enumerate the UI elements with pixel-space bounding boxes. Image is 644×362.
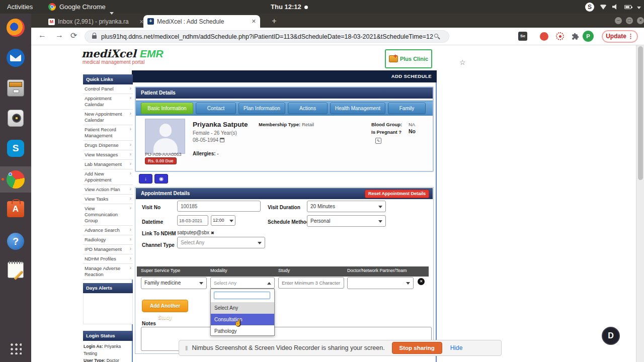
sidebar-item-new-appointment-calendar[interactable]: New Appointment Calendar› xyxy=(83,110,133,125)
hide-link[interactable]: Hide xyxy=(450,344,463,351)
doctor-network-select[interactable] xyxy=(347,277,414,289)
sidebar-item-manage-adverse-reaction[interactable]: Manage Adverse Reaction› xyxy=(83,264,133,280)
volume-icon[interactable] xyxy=(612,4,619,10)
sidebar-item-ipd-management[interactable]: IPD Management› xyxy=(83,245,133,254)
app-menu[interactable]: Google Chrome xyxy=(59,0,106,14)
sidebar-item-patient-record-management[interactable]: Patient Record Management› xyxy=(83,125,133,141)
sidebar-item-view-action-plan[interactable]: View Action Plan› xyxy=(83,185,133,195)
extensions-puzzle-icon[interactable] xyxy=(572,33,579,40)
sidebar-item-lab-management[interactable]: Lab Management› xyxy=(83,160,133,169)
skype-tray-icon[interactable]: S xyxy=(585,3,594,12)
remove-study-row-button[interactable]: ✕ xyxy=(418,278,425,285)
chevron-right-icon: › xyxy=(130,236,131,242)
chevron-down-icon[interactable] xyxy=(637,3,641,11)
schedule-method-label: Schedule Method xyxy=(268,219,309,225)
back-icon[interactable]: ← xyxy=(38,31,46,40)
sidebar-item-view-communication-group[interactable]: View Communication Group› xyxy=(83,204,133,226)
battery-icon[interactable] xyxy=(624,5,631,9)
close-icon[interactable]: ✕ xyxy=(252,18,256,25)
tab-inbox[interactable]: M Inbox (2,991) - priyanka.ra ✕ xyxy=(45,16,147,28)
visit-no-input[interactable] xyxy=(177,201,261,212)
study-search-input[interactable] xyxy=(278,277,344,289)
address-bar[interactable]: plus91hq.ddns.net/medixcel_ndhm/addSched… xyxy=(85,30,449,43)
file-cabinet-icon xyxy=(7,79,24,97)
view-button[interactable]: ◉ xyxy=(154,174,168,184)
dock-firefox[interactable] xyxy=(7,19,25,37)
super-service-type-select[interactable]: Family medicine xyxy=(141,277,207,289)
tab-actions[interactable]: Actions xyxy=(288,103,328,114)
red-extension-icon[interactable] xyxy=(540,32,548,41)
due-badge[interactable]: Rs. 0.00 Due xyxy=(145,157,177,164)
wifi-icon[interactable] xyxy=(600,4,607,10)
recorder-overlay-avatar[interactable]: D xyxy=(602,327,620,345)
channel-type-select[interactable]: Select Any xyxy=(177,237,265,248)
sidebar-item-add-new-appointment[interactable]: Add New Appointment› xyxy=(83,169,133,185)
search-icon[interactable] xyxy=(434,34,438,38)
time-select[interactable]: 12:00 xyxy=(211,215,235,226)
download-button[interactable]: ↓ xyxy=(139,174,152,184)
dock-file-cabinet[interactable] xyxy=(7,79,25,97)
tab-family[interactable]: Family xyxy=(388,103,426,114)
dock-chrome[interactable] xyxy=(7,170,25,189)
running-indicator-dot xyxy=(2,178,4,180)
window-minimize-button[interactable]: ─ xyxy=(615,17,622,24)
add-another-study-button[interactable]: Add Another Study xyxy=(142,300,188,312)
forward-icon[interactable]: → xyxy=(55,31,63,40)
dock-notes[interactable] xyxy=(7,261,25,279)
modality-select[interactable]: Select Any xyxy=(210,277,275,289)
schedule-method-select[interactable]: Personal xyxy=(307,215,386,227)
reload-icon[interactable]: ⟳ xyxy=(70,31,77,40)
show-applications-button[interactable] xyxy=(7,339,25,357)
tab-medixcel[interactable]: + MediXcel : Add Schedule ✕ xyxy=(143,15,260,28)
sidebar-item-radiology[interactable]: Radiology› xyxy=(83,235,133,245)
visit-duration-select[interactable]: 20 Minutes xyxy=(307,201,386,212)
nimbus-extension-icon[interactable] xyxy=(556,32,564,40)
app-logo[interactable]: mediXcel EMR xyxy=(82,47,164,60)
option-pathology[interactable]: Pathology xyxy=(211,325,274,337)
page-scrollbar[interactable] xyxy=(636,45,644,362)
sidebar-item-view-messages[interactable]: View Messages› xyxy=(83,150,133,160)
bookmark-star-icon[interactable]: ☆ xyxy=(459,58,466,66)
update-button[interactable]: Update⋮ xyxy=(602,30,638,43)
chevron-right-icon: › xyxy=(130,170,131,176)
chevron-down-icon xyxy=(378,206,382,208)
blood-group-value: NA xyxy=(409,122,415,127)
new-tab-button[interactable]: + xyxy=(268,16,280,27)
edit-icon[interactable]: ✎ xyxy=(375,138,381,144)
window-close-button[interactable]: ✕ xyxy=(637,17,644,24)
activities-button[interactable]: Activities xyxy=(7,0,33,14)
dock-skype[interactable]: S xyxy=(7,139,25,157)
option-consultation[interactable]: Consultation xyxy=(211,314,274,325)
tab-basic-information[interactable]: Basic Information xyxy=(141,103,193,114)
tab-plan-information[interactable]: Plan Information xyxy=(238,103,285,114)
scrollbar-thumb[interactable] xyxy=(638,46,643,180)
sidebar-item-drugs-dispense[interactable]: Drugs Dispense› xyxy=(83,141,133,150)
chevron-down-icon xyxy=(199,282,203,285)
reset-appointment-button[interactable]: Reset Appointment Details xyxy=(365,190,429,198)
dock-help[interactable]: ? xyxy=(7,232,25,250)
remove-icon[interactable]: ✖ xyxy=(211,231,214,235)
stop-sharing-button[interactable]: Stop sharing xyxy=(392,342,442,354)
profile-avatar[interactable]: P xyxy=(583,31,594,42)
tab-health-management[interactable]: Health Management xyxy=(330,103,385,114)
session-extension-icon[interactable]: Se xyxy=(518,32,527,41)
sidebar-item-appointment-calendar[interactable]: Appointment Calendar› xyxy=(83,94,133,110)
system-tray[interactable]: S xyxy=(585,0,641,14)
patient-name: Priyanka Satpute xyxy=(193,121,248,128)
dock-camera-app[interactable] xyxy=(7,109,25,127)
clock[interactable]: Thu 12:12 xyxy=(271,0,308,14)
sidebar-item-control-panel[interactable]: Control Panel› xyxy=(83,84,133,94)
option-select-any[interactable]: Select Any xyxy=(211,302,274,314)
tab-contact[interactable]: Contact xyxy=(196,103,236,114)
dropdown-search-input[interactable] xyxy=(214,292,270,299)
plus-clinic-button[interactable]: Plus Clinic xyxy=(385,49,432,68)
date-input[interactable] xyxy=(177,215,208,226)
url-text[interactable]: plus91hq.ddns.net/medixcel_ndhm/addSched… xyxy=(101,31,433,43)
window-maximize-button[interactable]: ▢ xyxy=(626,17,633,24)
dock-thunderbird[interactable] xyxy=(7,49,25,67)
sidebar-item-advance-search[interactable]: Advance Search› xyxy=(83,226,133,235)
sidebar-item-ndhm-profiles[interactable]: NDHM Profiles› xyxy=(83,254,133,264)
sidebar-item-view-tasks[interactable]: View Tasks› xyxy=(83,195,133,204)
dock-software-center[interactable]: A xyxy=(7,201,25,219)
kebab-menu-icon[interactable]: ⋮ xyxy=(628,33,634,40)
